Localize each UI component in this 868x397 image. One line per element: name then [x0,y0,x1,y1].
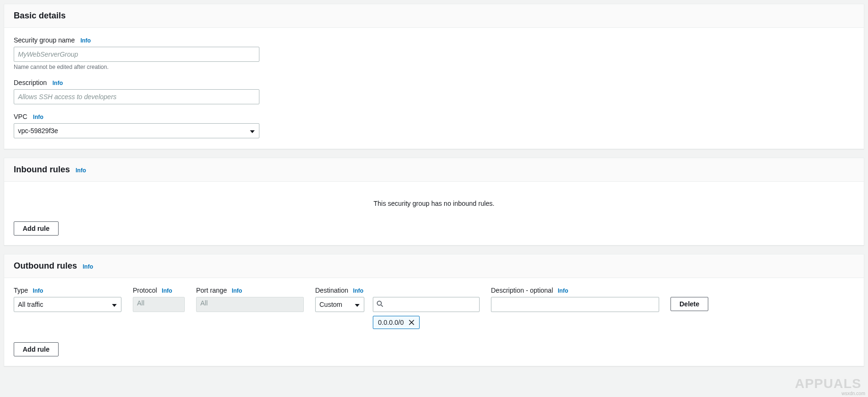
protocol-info-link[interactable]: Info [162,287,172,294]
delete-rule-button[interactable]: Delete [670,297,708,311]
svg-line-1 [381,305,383,307]
type-info-link[interactable]: Info [33,287,43,294]
outbound-rules-panel: Outbound rules Info Type Info All traffi… [4,254,864,366]
port-range-value: All [196,297,304,312]
basic-details-title: Basic details [14,11,66,21]
destination-token: 0.0.0.0/0 [373,316,420,329]
destination-search-input[interactable] [373,297,480,312]
basic-details-header: Basic details [4,4,864,28]
basic-details-body: Security group name Info Name cannot be … [4,28,864,149]
type-select[interactable]: All traffic [14,297,121,312]
type-select-value: All traffic [18,301,43,308]
vpc-select[interactable]: vpc-59829f3e [14,123,259,138]
destination-info-link[interactable]: Info [353,287,363,294]
security-group-name-hint: Name cannot be edited after creation. [14,64,854,70]
protocol-value: All [133,297,185,312]
description-field: Description Info [14,79,854,104]
rule-description-input[interactable] [491,297,659,312]
svg-point-0 [377,301,381,305]
outbound-add-rule-button[interactable]: Add rule [14,342,59,356]
description-input[interactable] [14,89,259,104]
security-group-name-field: Security group name Info Name cannot be … [14,36,854,70]
security-group-name-info-link[interactable]: Info [80,37,91,44]
basic-details-panel: Basic details Security group name Info N… [4,4,864,149]
port-range-info-link[interactable]: Info [232,287,242,294]
inbound-rules-panel: Inbound rules Info This security group h… [4,158,864,245]
outbound-rules-header: Outbound rules Info [4,254,864,278]
outbound-rules-info-link[interactable]: Info [83,263,93,270]
vpc-select-value: vpc-59829f3e [18,127,58,135]
description-info-link[interactable]: Info [52,80,63,86]
vpc-field: VPC Info vpc-59829f3e [14,113,854,138]
remove-token-button[interactable] [409,320,414,325]
inbound-rules-body: This security group has no inbound rules… [4,182,864,245]
outbound-rules-title: Outbound rules [14,261,77,271]
inbound-rules-info-link[interactable]: Info [76,167,86,174]
destination-mode-value: Custom [319,301,342,308]
security-group-name-input[interactable] [14,47,259,62]
outbound-rule-row: Type Info All traffic Protocol Info All [14,287,854,329]
rule-description-info-link[interactable]: Info [558,287,568,294]
inbound-empty-message: This security group has no inbound rules… [14,190,854,221]
description-label: Description [14,79,47,86]
destination-token-value: 0.0.0.0/0 [378,319,404,326]
type-column-label: Type [14,287,28,294]
inbound-rules-title: Inbound rules [14,165,70,175]
port-range-column-label: Port range [196,287,227,294]
protocol-column-label: Protocol [133,287,157,294]
vpc-label: VPC [14,113,27,120]
inbound-add-rule-button[interactable]: Add rule [14,221,59,236]
inbound-rules-header: Inbound rules Info [4,158,864,182]
security-group-name-label: Security group name [14,36,75,44]
destination-mode-select[interactable]: Custom [315,297,364,312]
search-icon [377,301,383,309]
destination-column-label: Destination [315,287,348,294]
description-column-label: Description - optional [491,287,553,294]
vpc-info-link[interactable]: Info [33,114,43,120]
outbound-rules-body: Type Info All traffic Protocol Info All [4,278,864,366]
